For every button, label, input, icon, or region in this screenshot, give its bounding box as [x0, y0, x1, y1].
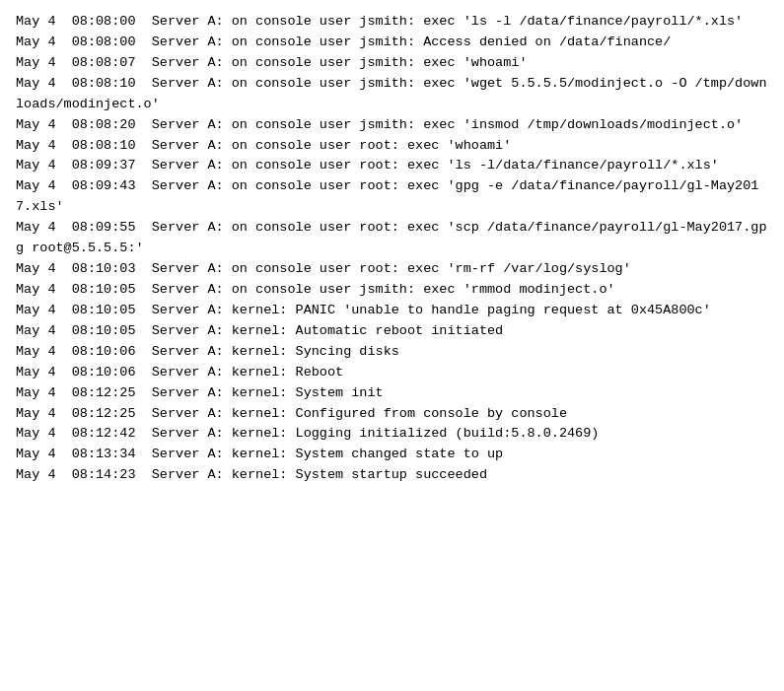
log-line: May 4 08:10:06 Server A: kernel: Syncing… — [16, 342, 768, 363]
log-container: May 4 08:08:00 Server A: on console user… — [16, 12, 768, 486]
log-line: May 4 08:10:05 Server A: on console user… — [16, 280, 768, 301]
log-line: May 4 08:14:23 Server A: kernel: System … — [16, 465, 768, 486]
log-line: May 4 08:08:07 Server A: on console user… — [16, 53, 768, 74]
log-line: May 4 08:08:20 Server A: on console user… — [16, 115, 768, 136]
log-line: May 4 08:12:42 Server A: kernel: Logging… — [16, 424, 768, 445]
log-line: May 4 08:10:05 Server A: kernel: Automat… — [16, 321, 768, 342]
log-line: May 4 08:09:37 Server A: on console user… — [16, 156, 768, 176]
log-line: May 4 08:08:00 Server A: on console user… — [16, 33, 768, 53]
log-line: May 4 08:08:00 Server A: on console user… — [16, 12, 768, 33]
log-line: May 4 08:10:06 Server A: kernel: Reboot — [16, 363, 768, 383]
log-line: May 4 08:09:55 Server A: on console user… — [16, 218, 768, 259]
log-line: May 4 08:09:43 Server A: on console user… — [16, 176, 768, 218]
log-line: May 4 08:12:25 Server A: kernel: System … — [16, 383, 768, 404]
log-line: May 4 08:12:25 Server A: kernel: Configu… — [16, 404, 768, 425]
log-line: May 4 08:08:10 Server A: on console user… — [16, 74, 768, 115]
log-line: May 4 08:08:10 Server A: on console user… — [16, 136, 768, 157]
log-line: May 4 08:13:34 Server A: kernel: System … — [16, 445, 768, 465]
log-line: May 4 08:10:05 Server A: kernel: PANIC '… — [16, 301, 768, 321]
log-line: May 4 08:10:03 Server A: on console user… — [16, 259, 768, 280]
